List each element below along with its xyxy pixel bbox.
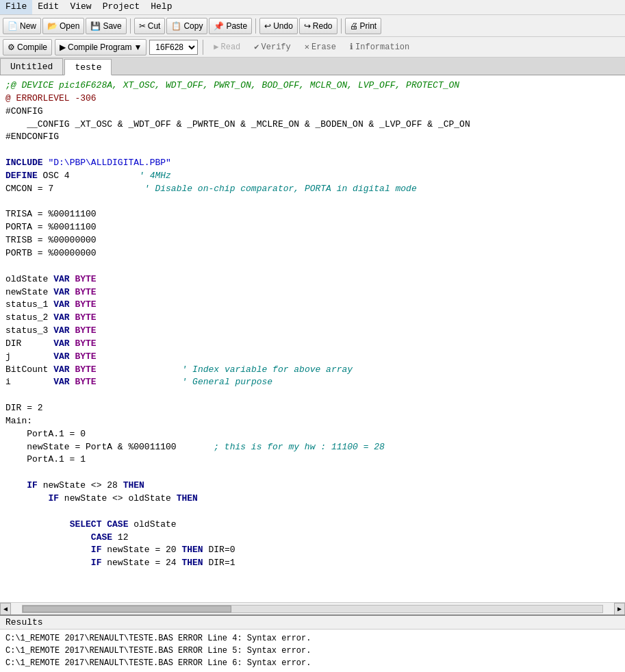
code-editor[interactable]: ;@ DEVICE pic16F628A, XT_OSC, WDT_OFF, P…: [0, 75, 625, 602]
menu-view[interactable]: View: [64, 0, 97, 14]
compile-program-button[interactable]: ▶ Compile Program ▼: [55, 39, 146, 55]
print-button[interactable]: 🖨 Print: [345, 18, 382, 34]
compile-button[interactable]: ⚙ Compile: [3, 39, 52, 55]
toolbar: 📄 New 📂 Open 💾 Save ✂ Cut 📋 Copy 📌 Paste…: [0, 15, 625, 37]
cut-icon: ✂: [139, 21, 146, 31]
info-icon: ℹ: [350, 42, 353, 52]
erase-icon: ✕: [305, 42, 309, 52]
result-line-2: C:\1_REMOTE 2017\RENAULT\TESTE.BAS ERROR…: [5, 645, 620, 657]
dropdown-arrow-icon: ▼: [133, 42, 142, 52]
tab-untitled[interactable]: Untitled: [0, 58, 63, 75]
chip-select[interactable]: 16F628: [149, 40, 198, 55]
save-button[interactable]: 💾 Save: [86, 18, 126, 34]
separator-compile: [203, 40, 203, 55]
separator-2: [255, 18, 256, 34]
verify-button[interactable]: ✔ Verify: [248, 40, 296, 53]
separator-3: [341, 18, 342, 34]
open-icon: 📂: [47, 21, 58, 31]
compile-icon: ⚙: [8, 42, 15, 52]
results-header: Results: [0, 614, 625, 630]
result-line-1: C:\1_REMOTE 2017\RENAULT\TESTE.BAS ERROR…: [5, 632, 620, 645]
menu-project[interactable]: Project: [97, 0, 146, 14]
scroll-right-button[interactable]: ▶: [614, 603, 625, 615]
redo-button[interactable]: ↪ Redo: [299, 18, 337, 34]
verify-icon: ✔: [254, 42, 259, 52]
cut-button[interactable]: ✂ Cut: [134, 18, 166, 34]
read-icon: ▶: [214, 42, 218, 52]
paste-icon: 📌: [214, 21, 224, 31]
menubar: File Edit View Project Help: [0, 0, 625, 15]
undo-icon: ↩: [264, 21, 271, 31]
print-icon: 🖨: [350, 21, 358, 31]
copy-button[interactable]: 📋 Copy: [166, 18, 207, 34]
undo-button[interactable]: ↩ Undo: [259, 18, 298, 34]
results-panel: Results C:\1_REMOTE 2017\RENAULT\TESTE.B…: [0, 614, 625, 672]
copy-icon: 📋: [171, 21, 181, 31]
scrollbar-track[interactable]: [22, 605, 603, 613]
paste-button[interactable]: 📌 Paste: [209, 18, 252, 34]
compile-program-icon: ▶: [60, 42, 66, 52]
scroll-left-button[interactable]: ◀: [0, 603, 11, 615]
menu-file[interactable]: File: [0, 0, 32, 14]
open-button[interactable]: 📂 Open: [42, 18, 84, 34]
scrollbar-thumb[interactable]: [23, 606, 231, 612]
menu-edit[interactable]: Edit: [32, 0, 64, 14]
tab-bar: Untitled teste: [0, 58, 625, 75]
separator-1: [130, 18, 131, 34]
information-button[interactable]: ℹ Information: [344, 40, 415, 53]
erase-button[interactable]: ✕ Erase: [299, 40, 342, 53]
new-button[interactable]: 📄 New: [3, 18, 41, 34]
tab-teste[interactable]: teste: [64, 59, 112, 75]
save-icon: 💾: [90, 21, 101, 31]
redo-icon: ↪: [304, 21, 311, 31]
result-line-3: C:\1_REMOTE 2017\RENAULT\TESTE.BAS ERROR…: [5, 657, 620, 669]
compile-toolbar: ⚙ Compile ▶ Compile Program ▼ 16F628 ▶ R…: [0, 37, 625, 58]
scrollbar-area: ◀ ▶: [0, 602, 625, 614]
results-body: C:\1_REMOTE 2017\RENAULT\TESTE.BAS ERROR…: [0, 630, 625, 672]
menu-help[interactable]: Help: [145, 0, 177, 14]
read-button[interactable]: ▶ Read: [208, 40, 246, 53]
new-icon: 📄: [8, 21, 18, 31]
